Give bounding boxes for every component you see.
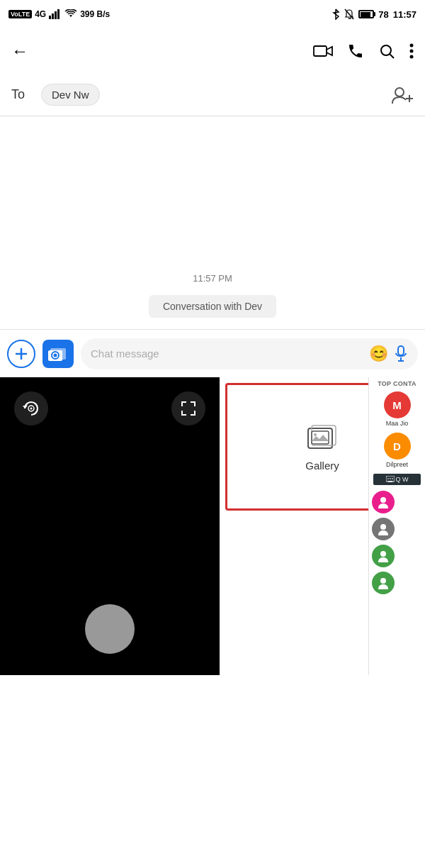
svg-rect-4 [314,46,327,56]
signal-icon [49,9,62,19]
recipient-chip[interactable]: Dev Nw [41,84,100,106]
gallery-icon [305,423,340,454]
svg-rect-3 [57,9,60,19]
contact-dilpreet[interactable]: D Dilpreet [369,430,425,471]
mic-button[interactable] [394,345,408,362]
battery-fill [361,12,370,17]
svg-point-8 [410,50,414,53]
svg-point-18 [54,353,57,357]
more-avatar-4 [372,572,395,594]
svg-point-33 [380,497,386,503]
expand-icon [179,399,198,418]
battery-percent: 78 [378,9,388,20]
time-display: 11:57 [393,9,416,20]
bell-icon [344,9,354,20]
action-bar-left: ← [11,41,28,61]
action-bar-right [313,43,414,60]
more-contact-3[interactable] [372,545,422,567]
more-contact-4[interactable] [372,572,422,594]
volte-badge: VoLTE [8,10,32,18]
gallery-label: Gallery [305,460,339,472]
svg-rect-0 [49,16,51,19]
video-call-icon[interactable] [313,44,333,58]
plus-icon [14,347,28,361]
speed-text: 399 B/s [80,9,110,19]
camera-gallery-icon [47,344,69,364]
svg-point-7 [410,44,414,48]
message-area: 11:57 PM Conversation with Dev [0,116,425,329]
keyboard-icon [386,476,395,483]
to-field: To Dev Nw [0,74,425,116]
rotate-camera-button[interactable] [14,391,48,425]
battery-icon [358,10,374,18]
more-contact-1[interactable] [372,491,422,513]
conversation-label: Conversation with Dev [149,295,276,318]
to-label: To [11,87,33,102]
network-type: 4G [35,9,46,19]
svg-point-35 [380,551,386,557]
gallery-panel: Gallery TOP CONTA M Maa Jio D Dilpreet [220,377,425,675]
person-icon-3 [377,550,390,562]
action-bar: ← [0,28,425,74]
contact-maa-jio[interactable]: M Maa Jio [369,389,425,430]
more-avatar-1 [372,491,395,513]
status-left: VoLTE 4G 399 B/s [8,9,110,19]
keyboard-hint: Q W [373,474,421,485]
emoji-button[interactable]: 😊 [369,345,388,363]
rotate-icon [22,399,40,418]
svg-line-6 [390,55,395,59]
svg-point-34 [380,524,386,530]
more-avatar-3 [372,545,395,567]
svg-point-10 [395,88,404,96]
svg-point-9 [410,55,414,59]
person-icon-1 [377,496,390,508]
person-icon-4 [377,577,390,589]
status-bar: VoLTE 4G 399 B/s [0,0,425,28]
battery-tip [373,12,375,16]
more-avatar-2 [372,518,395,540]
message-placeholder: Chat message [91,347,363,360]
svg-rect-26 [312,431,329,444]
contact-name-maa-jio: Maa Jio [386,420,409,427]
bluetooth-icon [332,9,340,20]
svg-rect-19 [398,346,404,355]
more-contacts-list [369,491,425,594]
svg-point-36 [380,578,386,584]
avatar-maa-jio: M [384,391,411,418]
status-right: 78 11:57 [332,9,416,20]
add-button[interactable] [7,340,35,368]
more-contact-2[interactable] [372,518,422,540]
camera-button[interactable] [42,340,74,368]
phone-call-icon[interactable] [347,43,364,60]
expand-button[interactable] [171,391,205,425]
more-options-icon[interactable] [409,43,414,60]
search-icon[interactable] [378,43,395,60]
add-contact-icon [391,85,414,105]
camera-preview [0,377,220,675]
contacts-header: TOP CONTA [369,377,425,389]
svg-point-5 [381,45,391,55]
contact-name-dilpreet: Dilpreet [386,461,408,468]
shutter-button[interactable] [85,604,135,654]
contacts-sidebar: TOP CONTA M Maa Jio D Dilpreet [368,377,425,675]
person-icon-2 [377,523,390,535]
timestamp: 11:57 PM [193,273,232,284]
mic-icon [394,345,408,362]
message-input[interactable]: Chat message 😊 [81,338,418,369]
media-area: Gallery TOP CONTA M Maa Jio D Dilpreet [0,377,425,675]
svg-rect-1 [52,13,54,19]
svg-point-23 [30,408,33,410]
svg-rect-2 [55,11,57,19]
back-button[interactable]: ← [11,41,28,61]
avatar-dilpreet: D [384,433,411,460]
add-contact-button[interactable] [391,85,414,105]
svg-point-27 [314,433,317,436]
wifi-icon [64,9,77,19]
input-row: Chat message 😊 [0,329,425,377]
